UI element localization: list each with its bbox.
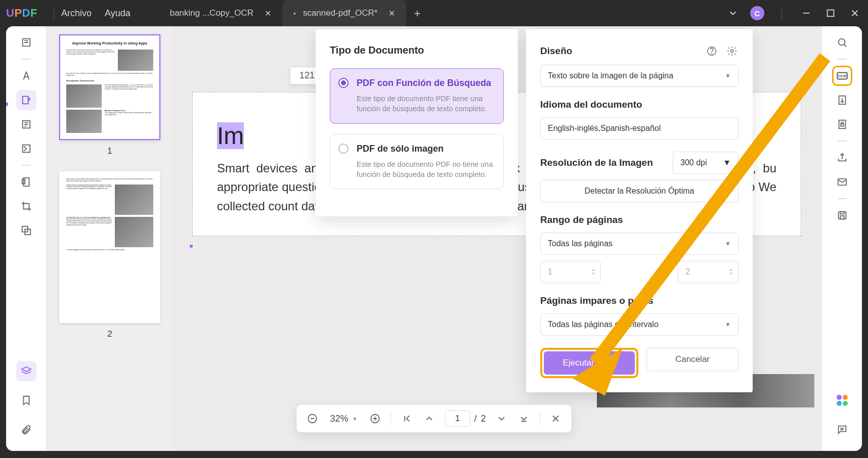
svg-rect-1 <box>828 10 834 17</box>
close-toolbar-icon[interactable] <box>549 412 562 425</box>
detect-resolution-button[interactable]: Detectar la Resolución Óptima <box>540 180 739 202</box>
range-to-input[interactable]: 2 ▲▼ <box>678 261 739 283</box>
right-rail: OCR <box>821 26 862 451</box>
odd-even-select[interactable]: Todas las páginas del intervalo ▼ <box>540 313 739 336</box>
divider <box>22 165 31 166</box>
close-icon[interactable]: ✕ <box>265 9 271 18</box>
page-range-label: Rango de páginas <box>540 214 739 225</box>
divider <box>539 412 540 425</box>
organize-icon[interactable] <box>16 114 36 134</box>
chevron-down-icon[interactable] <box>726 6 740 20</box>
crop-icon[interactable] <box>16 196 36 216</box>
search-icon[interactable] <box>832 32 852 53</box>
option-searchable-pdf[interactable]: PDF con Función de Búsqueda Este tipo de… <box>330 68 504 124</box>
save-icon[interactable] <box>832 205 852 225</box>
layers-icon[interactable] <box>16 361 36 381</box>
close-icon[interactable]: ✕ <box>388 9 395 18</box>
range-from-input[interactable]: 1 ▲▼ <box>540 261 601 283</box>
reader-icon[interactable] <box>16 32 36 53</box>
gear-icon[interactable] <box>725 44 739 58</box>
divider <box>838 198 847 199</box>
menu-file[interactable]: Archivo <box>61 8 92 19</box>
stepper-arrows[interactable]: ▲▼ <box>729 268 733 276</box>
option-desc: Este tipo de documento PDF no tiene una … <box>357 159 493 180</box>
divider <box>390 412 391 425</box>
svg-text:OCR: OCR <box>838 74 846 78</box>
ocr-icon[interactable]: OCR <box>832 66 852 86</box>
app-logo: UPDF <box>6 7 37 20</box>
tab-1[interactable]: banking ...Copy_OCR ✕ <box>159 0 282 26</box>
layout-value: Texto sobre la imagen de la página <box>548 71 673 80</box>
form-icon[interactable] <box>16 139 36 159</box>
page-number-input[interactable] <box>445 410 470 427</box>
execute-ocr-button[interactable]: Ejecutar OCR <box>544 351 635 375</box>
option-title: PDF de sólo imagen <box>357 144 493 154</box>
thumb-title: Improve Working Productivity in Using Ap… <box>66 41 153 45</box>
thumb-label-2: 2 <box>57 329 163 339</box>
option-image-only-pdf[interactable]: PDF de sólo imagen Este tipo de document… <box>330 134 504 190</box>
tab-1-label: banking ...Copy_OCR <box>170 8 253 18</box>
range-from-value: 1 <box>548 267 552 277</box>
tab-2-label: scanned-pdf_OCR* <box>303 8 377 18</box>
menu-help[interactable]: Ayuda <box>105 8 131 19</box>
thumb-label-1: 1 <box>57 146 163 156</box>
edit-icon[interactable] <box>16 90 36 110</box>
convert-icon[interactable] <box>832 90 852 110</box>
tabs: banking ...Copy_OCR ✕ ● scanned-pdf_OCR*… <box>159 0 429 26</box>
page-range-select[interactable]: Todas las páginas ▼ <box>540 233 739 255</box>
dirty-indicator: ● <box>293 11 296 16</box>
layout-label: Diseño <box>540 45 572 57</box>
range-to-value: 2 <box>685 267 690 277</box>
layout-select[interactable]: Texto sobre la imagen de la página ▼ <box>540 65 739 87</box>
ai-icon[interactable] <box>832 390 852 410</box>
compare-icon[interactable] <box>16 220 36 241</box>
protect-icon[interactable] <box>832 114 852 134</box>
prev-page-icon[interactable] <box>422 412 436 425</box>
zoom-in-icon[interactable] <box>368 412 381 425</box>
email-icon[interactable] <box>832 172 852 192</box>
chevron-down-icon: ▼ <box>723 158 731 167</box>
chevron-down-icon: ▼ <box>725 321 731 328</box>
maximize-icon[interactable] <box>823 6 838 20</box>
option-desc: Este tipo de documento PDF tiene una fun… <box>357 94 493 114</box>
first-page-icon[interactable] <box>400 412 413 425</box>
resolution-select[interactable]: 300 dpi ▼ <box>673 152 739 174</box>
thumbnail-page-2[interactable]: Smart devices and internet-based applica… <box>59 171 160 323</box>
svg-point-14 <box>838 39 845 45</box>
comment-icon[interactable] <box>16 66 36 86</box>
close-window-icon[interactable] <box>848 6 862 20</box>
resolution-value: 300 dpi <box>680 158 707 167</box>
next-page-icon[interactable] <box>495 412 508 425</box>
thumbnail-page-1[interactable]: Improve Working Productivity in Using Ap… <box>59 34 160 140</box>
avatar[interactable]: C <box>750 6 764 20</box>
attachment-icon[interactable] <box>16 420 36 440</box>
page-toolbar: 32%▼ / 2 <box>296 404 572 433</box>
language-value: English-inglés,Spanish-español <box>548 124 661 133</box>
divider <box>838 59 847 60</box>
new-tab-button[interactable]: ＋ <box>406 0 428 26</box>
bookmark-icon[interactable] <box>16 390 36 410</box>
ocr-settings-popup: Diseño Texto sobre la imagen de la págin… <box>526 29 753 392</box>
minimize-icon[interactable] <box>799 6 813 20</box>
svg-marker-13 <box>21 367 30 372</box>
selection-handle[interactable] <box>189 244 193 248</box>
zoom-level[interactable]: 32%▼ <box>330 414 358 424</box>
active-marker <box>6 102 8 106</box>
option-title: PDF con Función de Búsqueda <box>357 78 493 88</box>
cancel-button[interactable]: Cancelar <box>646 348 739 371</box>
language-input[interactable]: English-inglés,Spanish-español <box>540 117 739 140</box>
stepper-arrows[interactable]: ▲▼ <box>591 268 595 276</box>
chat-icon[interactable] <box>832 420 852 440</box>
separator <box>782 7 782 19</box>
tab-2[interactable]: ● scanned-pdf_OCR* ✕ <box>282 0 406 26</box>
zoom-out-icon[interactable] <box>306 412 319 425</box>
chevron-down-icon: ▼ <box>725 240 731 247</box>
divider <box>22 59 31 60</box>
page-tools-icon[interactable] <box>16 172 36 192</box>
svg-rect-20 <box>841 124 844 126</box>
left-rail <box>6 26 47 451</box>
document-type-popup: Tipo de Documento PDF con Función de Bús… <box>316 29 518 216</box>
share-icon[interactable] <box>832 148 852 168</box>
last-page-icon[interactable] <box>517 412 530 425</box>
help-icon[interactable] <box>705 44 718 58</box>
